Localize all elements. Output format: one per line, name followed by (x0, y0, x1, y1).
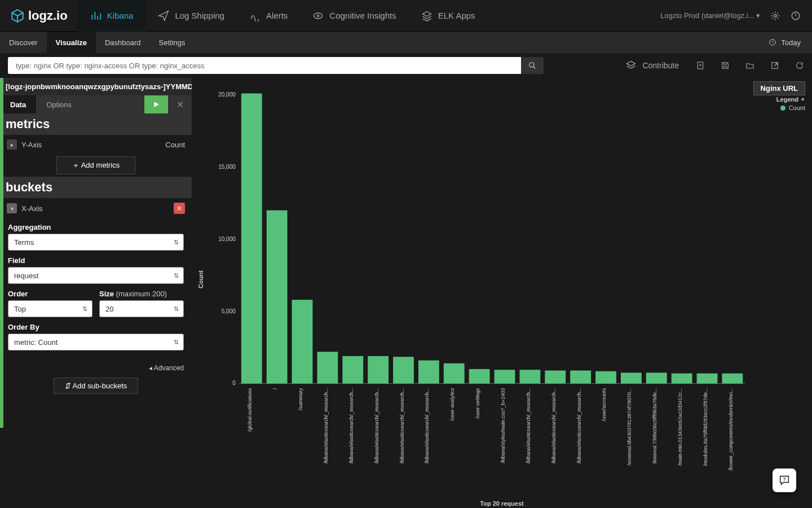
time-picker[interactable]: Today (769, 38, 812, 47)
svg-text:?: ? (783, 477, 785, 482)
account-selector[interactable]: Logzio Prod (daniel@logz.i... ▾ (660, 11, 760, 20)
share-icon[interactable] (770, 61, 779, 70)
apply-button[interactable] (144, 95, 168, 113)
chart-legend[interactable]: Legend ⚬ Count (776, 96, 805, 111)
svg-point-1 (317, 15, 319, 16)
nav-label: Alerts (266, 11, 288, 20)
tab-data[interactable]: Data (0, 95, 36, 113)
yaxis-value: Count (165, 141, 185, 149)
svg-text:20,000: 20,000 (218, 91, 236, 98)
add-sub-buckets-button[interactable]: ⇵ Add sub-buckets (54, 378, 138, 394)
svg-rect-46 (646, 373, 667, 383)
svg-rect-22 (342, 356, 363, 384)
subnav-dashboard[interactable]: Dashboard (96, 32, 150, 53)
delete-bucket-button[interactable] (174, 203, 185, 214)
svg-rect-40 (570, 370, 591, 383)
nav-log-shipping[interactable]: Log Shipping (145, 0, 237, 32)
svg-rect-52 (722, 374, 743, 384)
legend-header: Legend ⚬ (776, 96, 805, 103)
svg-text:/kibana/elasticsearch/_msearch: /kibana/elasticsearch/_msearch... (399, 388, 405, 463)
advanced-toggle[interactable]: ◂ Advanced (0, 361, 192, 375)
svg-rect-26 (393, 357, 414, 383)
svg-rect-18 (292, 300, 313, 383)
new-icon[interactable] (696, 61, 705, 70)
brand-text: logz.io (28, 8, 68, 23)
config-sidebar: [logz-jopnbwmknooanqwzxgpybunufztysazs-]… (0, 78, 192, 508)
logout-icon[interactable] (791, 11, 801, 21)
search-input[interactable] (8, 57, 521, 74)
svg-text:5,000: 5,000 (222, 308, 236, 314)
nav-elk-apps[interactable]: ELK Apps (409, 0, 488, 32)
aggregation-select[interactable]: Terms (8, 234, 184, 251)
add-metrics-button[interactable]: ＋ Add metrics (56, 156, 135, 174)
layers-icon (421, 10, 433, 21)
svg-text:/main.min.01343ec62ac2d3412c..: /main.min.01343ec62ac2d3412c... (677, 388, 683, 466)
svg-text:/user/accounts: /user/accounts (601, 388, 607, 421)
save-icon[interactable] (721, 61, 730, 70)
gear-icon[interactable] (770, 11, 780, 21)
time-label: Today (781, 38, 801, 47)
svg-text:/: / (272, 388, 278, 389)
query-toolbar: Contribute (0, 53, 812, 78)
brand-logo[interactable]: logz.io (0, 8, 78, 23)
svg-text:/kibana/elasticsearch/_msearch: /kibana/elasticsearch/_msearch... (551, 388, 557, 463)
nav-label: Cognitive Insights (329, 11, 396, 20)
order-label: Order (8, 290, 92, 298)
refresh-icon[interactable] (795, 61, 804, 70)
svg-rect-44 (621, 373, 642, 383)
field-label: Field (8, 256, 184, 265)
legend-dot-icon (780, 106, 785, 111)
search-button[interactable] (521, 57, 544, 74)
signal-icon (249, 10, 261, 21)
nav-label: Log Shipping (175, 11, 224, 20)
svg-text:/bower_components/modernizr/mo: /bower_components/modernizr/mo... (728, 388, 734, 470)
nav-cognitive[interactable]: Cognitive Insights (300, 0, 408, 32)
subnav-discover[interactable]: Discover (0, 32, 47, 53)
sub-nav: Discover Visualize Dashboard Settings To… (0, 32, 812, 53)
nav-kibana[interactable]: Kibana (78, 0, 146, 32)
xaxis-row[interactable]: ▾ X-Axis (0, 198, 192, 218)
svg-rect-20 (317, 352, 338, 383)
subnav-settings[interactable]: Settings (150, 32, 195, 53)
metrics-header: metrics (0, 113, 192, 135)
svg-text:/kibana/elasticsearch/_msearch: /kibana/elasticsearch/_msearch... (526, 388, 531, 463)
nav-alerts[interactable]: Alerts (237, 0, 300, 32)
svg-rect-16 (267, 211, 288, 384)
size-input[interactable]: 20 (99, 300, 184, 317)
logo-icon (10, 8, 25, 23)
nav-label: ELK Apps (438, 11, 475, 20)
bars-icon (90, 10, 102, 21)
order-select[interactable]: Top (8, 300, 92, 317)
aggregation-label: Aggregation (8, 223, 184, 231)
folder-open-icon[interactable] (745, 61, 754, 70)
send-icon (158, 10, 169, 21)
svg-text:10,000: 10,000 (218, 236, 236, 242)
svg-text:/kibana/elasticsearch/_msearch: /kibana/elasticsearch/_msearch... (323, 388, 329, 463)
subnav-visualize[interactable]: Visualize (47, 32, 96, 53)
svg-rect-32 (469, 369, 490, 384)
svg-text:/internal.738b036c5fff6b3a76de: /internal.738b036c5fff6b3a76de... (652, 388, 657, 463)
svg-text:/user-settings: /user-settings (475, 388, 480, 419)
svg-text:15,000: 15,000 (218, 164, 236, 170)
svg-point-5 (529, 63, 534, 67)
svg-rect-50 (697, 374, 718, 384)
index-pattern[interactable]: [logz-jopnbwmknooanqwzxgpybunufztysazs-]… (0, 78, 192, 95)
yaxis-row[interactable]: ▸ Y-Axis Count (0, 135, 192, 154)
svg-text:/modules.8a75ffdd283ecc2f87de.: /modules.8a75ffdd283ecc2f87de... (703, 388, 708, 466)
field-select[interactable]: request (8, 267, 184, 284)
help-button[interactable]: ? (773, 468, 796, 492)
search-icon (528, 62, 536, 69)
svg-text:0: 0 (232, 380, 236, 386)
yaxis-label: Y-Axis (21, 141, 42, 149)
orderby-select[interactable]: metric: Count (8, 334, 184, 351)
svg-rect-28 (418, 361, 439, 384)
svg-rect-38 (545, 370, 566, 383)
caret-down-icon: ▾ (7, 203, 17, 213)
contribute-button[interactable]: Contribute (625, 60, 679, 71)
tab-options[interactable]: Options (36, 95, 82, 113)
svg-point-0 (314, 13, 323, 19)
discard-button[interactable]: ✕ (168, 95, 192, 113)
chart-title: Nginx URL (753, 81, 805, 95)
clock-icon (769, 38, 776, 46)
xaxis-label: X-Axis (21, 204, 43, 213)
